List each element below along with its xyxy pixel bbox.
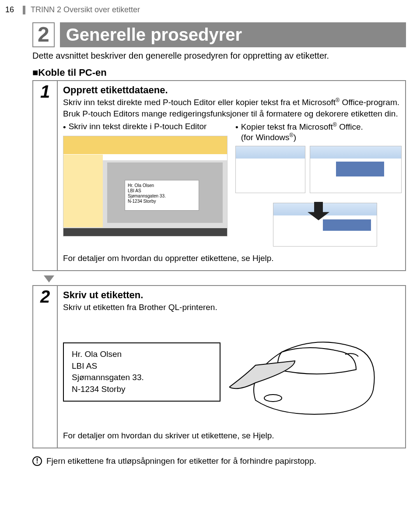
step-number-cell: 1	[33, 81, 58, 270]
registered-mark: ®	[333, 122, 337, 128]
step-1-text-1: Skriv inn tekst direkte med P-touch Edit…	[63, 97, 400, 108]
bullet-office: • Kopier tekst fra Microsoft® Office. (f…	[235, 122, 400, 142]
subheading: ■Koble til PC-en	[32, 67, 406, 78]
bullet-dot-icon: •	[63, 123, 66, 132]
step-2-text-1: Skriv ut etiketten fra Brother QL-printe…	[63, 302, 400, 313]
step-1-title: Opprett etikettdataene.	[63, 85, 400, 96]
bullet-ptouch: • Skriv inn tekst direkte i P-touch Edit…	[63, 122, 228, 132]
bullet-right-text: Kopier tekst fra Microsoft® Office. (for…	[241, 122, 363, 142]
registered-mark: ®	[336, 97, 340, 103]
warning-text: Fjern etikettene fra utløpsåpningen for …	[46, 455, 316, 467]
step-1: 1 Opprett etikettdataene. Skriv inn teks…	[32, 80, 406, 271]
step-number: 2	[40, 288, 50, 305]
subheading-bullet: ■	[32, 67, 38, 78]
page-header: 16 TRINN 2 Oversikt over etiketter	[0, 5, 406, 14]
triangle-down-icon	[44, 275, 54, 282]
warning-row: ! Fjern etikettene fra utløpsåpningen fo…	[32, 455, 406, 467]
step-number-cell: 2	[33, 286, 58, 448]
header-title: TRINN 2 Oversikt over etiketter	[31, 5, 140, 14]
step-2-title: Skriv ut etiketten.	[63, 289, 400, 301]
ptouch-editor-screenshot: Hr. Ola Olsen LBI AS Sjømannsgaten 33. N…	[63, 136, 228, 236]
step-connector	[44, 275, 406, 282]
step-2-footer: For detaljer om hvordan du skriver ut et…	[63, 430, 400, 441]
label-line: N-1234 Storby	[72, 384, 212, 395]
printed-label: Hr. Ola Olsen LBI AS Sjømannsgaten 33. N…	[63, 342, 220, 401]
page-number: 16	[0, 5, 14, 14]
step-number: 1	[40, 83, 50, 100]
section-number: 2	[32, 22, 55, 47]
printer-illustration	[229, 321, 387, 422]
step-1-footer: For detaljer om hvordan du oppretter eti…	[63, 253, 400, 264]
warning-icon: !	[32, 456, 42, 466]
registered-mark: ®	[290, 132, 294, 138]
section-title: Generelle prosedyrer	[60, 22, 406, 47]
bullet-dot-icon: •	[235, 123, 238, 142]
section-intro: Dette avsnittet beskriver den generelle …	[32, 51, 406, 61]
sample-label: Hr. Ola Olsen LBI AS Sjømannsgaten 33. N…	[125, 180, 199, 211]
label-line: LBI AS	[72, 360, 212, 372]
header-divider	[23, 6, 25, 14]
office-screenshot	[235, 146, 400, 247]
section-heading: 2 Generelle prosedyrer	[32, 22, 406, 47]
step-2: 2 Skriv ut etiketten. Skriv ut etiketten…	[32, 285, 406, 448]
subheading-text: Koble til PC-en	[38, 67, 106, 78]
step-1-text-2: Bruk P-touch Editors mange redigeringsfu…	[63, 108, 400, 120]
bullet-left-text: Skriv inn tekst direkte i P-touch Editor	[69, 122, 207, 132]
label-line: Hr. Ola Olsen	[72, 349, 212, 360]
label-line: Sjømannsgaten 33.	[72, 372, 212, 384]
